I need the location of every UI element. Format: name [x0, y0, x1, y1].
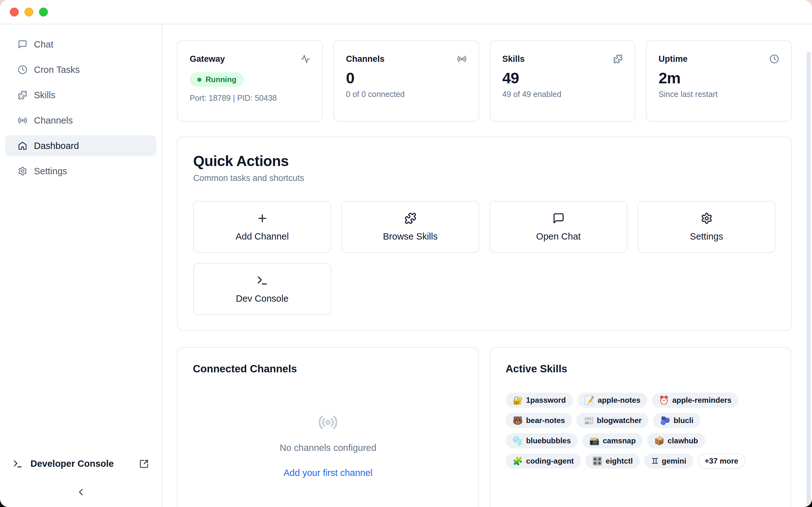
skill-emoji-icon: 🔐	[513, 396, 523, 404]
skill-chip-label: camsnap	[603, 436, 636, 445]
skill-emoji-icon: ⏰	[659, 396, 669, 404]
skill-emoji-icon: 🧩	[513, 457, 523, 465]
skill-chip-label: coding-agent	[526, 457, 574, 465]
sidebar-item-label: Chat	[34, 39, 53, 50]
sidebar-item-dashboard[interactable]: Dashboard	[5, 135, 156, 156]
skill-chip-eightctl: 🎛️eightctl	[585, 453, 640, 469]
zoom-button[interactable]	[39, 8, 48, 16]
settings-button[interactable]: Settings	[638, 201, 775, 253]
skill-chip-blogwatcher: 📰blogwatcher	[576, 413, 649, 428]
gateway-card: Gateway Running Port: 18789 | PID: 50438	[177, 40, 323, 122]
more-skills-button[interactable]: +37 more	[698, 453, 745, 469]
quick-actions-title: Quick Actions	[193, 153, 775, 170]
skill-chip-label: blucli	[673, 416, 693, 425]
channels-title: Channels	[346, 54, 385, 64]
skills-card: Skills 49 49 of 49 enabled	[490, 40, 636, 122]
uptime-title: Uptime	[658, 54, 688, 64]
sidebar-item-skills[interactable]: Skills	[5, 84, 156, 106]
sidebar-item-cron-tasks[interactable]: Cron Tasks	[5, 59, 156, 80]
sidebar: ChatCron TasksSkillsChannelsDashboardSet…	[0, 24, 162, 507]
app-window: ChatCron TasksSkillsChannelsDashboardSet…	[0, 0, 812, 507]
browse-skills-button[interactable]: Browse Skills	[341, 201, 479, 253]
action-label: Dev Console	[236, 293, 288, 304]
minimize-button[interactable]	[24, 8, 33, 16]
skill-chip-label: blogwatcher	[597, 416, 642, 425]
skill-chip-label: apple-notes	[598, 396, 641, 405]
sidebar-item-chat[interactable]: Chat	[5, 34, 156, 55]
dev-console-button[interactable]: Dev Console	[193, 263, 331, 315]
chat-icon	[553, 212, 565, 224]
skill-chip-clawhub: 📦clawhub	[647, 433, 705, 448]
skill-emoji-icon: 🎛️	[592, 457, 602, 465]
action-label: Settings	[690, 231, 723, 242]
activity-icon	[301, 54, 310, 64]
gateway-detail: Port: 18789 | PID: 50438	[190, 94, 310, 103]
gateway-status-label: Running	[206, 75, 236, 84]
active-skills-title: Active Skills	[506, 363, 775, 375]
skill-chip-label: gemini	[662, 457, 686, 465]
channels-empty-state: No channels configured Add your first ch…	[193, 412, 463, 478]
terminal-icon	[256, 274, 268, 286]
home-icon	[18, 141, 27, 151]
clock-icon	[769, 54, 779, 64]
skill-chip-label: apple-reminders	[672, 396, 731, 405]
skill-chip-bear-notes: 🐻bear-notes	[506, 413, 572, 428]
empty-state-text: No channels configured	[280, 443, 376, 453]
sidebar-item-label: Cron Tasks	[34, 65, 80, 75]
sidebar-item-label: Channels	[34, 115, 73, 126]
uptime-value: 2m	[658, 69, 779, 87]
puzzle-icon	[613, 54, 623, 64]
add-channel-button[interactable]: Add Channel	[193, 201, 331, 253]
skill-chip-gemini: ♊gemini	[644, 453, 693, 469]
traffic-lights	[10, 8, 48, 16]
uptime-card: Uptime 2m Since last restart	[646, 40, 792, 122]
action-label: Open Chat	[536, 231, 580, 242]
collapse-sidebar-button[interactable]	[75, 487, 86, 498]
channels-value: 0	[346, 69, 467, 87]
add-first-channel-link[interactable]: Add your first channel	[284, 468, 372, 478]
sidebar-footer: Developer Console	[5, 458, 156, 498]
connected-channels-title: Connected Channels	[193, 363, 463, 375]
active-skills-card: Active Skills 🔐1password📝apple-notes⏰app…	[490, 347, 791, 507]
radio-icon	[457, 54, 467, 64]
skills-chip-list: 🔐1password📝apple-notes⏰apple-reminders🐻b…	[506, 393, 775, 469]
external-link-icon[interactable]	[139, 459, 149, 469]
gateway-title: Gateway	[190, 54, 225, 64]
open-chat-button[interactable]: Open Chat	[490, 201, 627, 253]
puzzle-icon	[404, 212, 416, 224]
developer-console-label: Developer Console	[31, 458, 114, 469]
quick-actions-panel: Quick Actions Common tasks and shortcuts…	[177, 136, 792, 331]
quick-actions-subtitle: Common tasks and shortcuts	[193, 173, 775, 183]
skill-emoji-icon: 📝	[584, 396, 595, 404]
skills-title: Skills	[502, 54, 525, 64]
connected-channels-card: Connected Channels No channels configure…	[177, 347, 479, 507]
titlebar	[0, 0, 812, 24]
radio-icon	[318, 412, 338, 433]
clock-icon	[18, 65, 27, 74]
stats-row: Gateway Running Port: 18789 | PID: 50438…	[177, 40, 792, 122]
skill-chip-label: eightctl	[606, 457, 633, 465]
sidebar-item-settings[interactable]: Settings	[5, 161, 156, 181]
skill-chip-apple-reminders: ⏰apple-reminders	[652, 393, 739, 408]
gateway-status-badge: Running	[190, 72, 244, 87]
close-button[interactable]	[10, 8, 19, 16]
sidebar-item-label: Dashboard	[34, 141, 79, 151]
terminal-icon	[13, 459, 23, 469]
skill-chip-1password: 🔐1password	[506, 393, 573, 408]
skill-emoji-icon: 🫧	[513, 437, 523, 445]
skill-chip-coding-agent: 🧩coding-agent	[506, 453, 581, 469]
uptime-caption: Since last restart	[658, 90, 779, 99]
skill-chip-bluebubbles: 🫧bluebubbles	[506, 433, 578, 448]
skill-emoji-icon: ♊	[651, 457, 658, 465]
puzzle-icon	[18, 90, 27, 100]
sidebar-item-label: Settings	[34, 166, 67, 176]
quick-actions-grid: Add ChannelBrowse SkillsOpen ChatSetting…	[193, 201, 775, 315]
scrollbar-thumb[interactable]	[807, 51, 811, 505]
developer-console-button[interactable]: Developer Console	[5, 458, 156, 469]
sidebar-item-channels[interactable]: Channels	[5, 110, 156, 131]
action-label: Browse Skills	[383, 231, 438, 242]
skill-emoji-icon: 📸	[589, 437, 600, 445]
status-dot	[197, 78, 201, 82]
skills-value: 49	[502, 69, 623, 87]
channels-caption: 0 of 0 connected	[346, 90, 467, 99]
